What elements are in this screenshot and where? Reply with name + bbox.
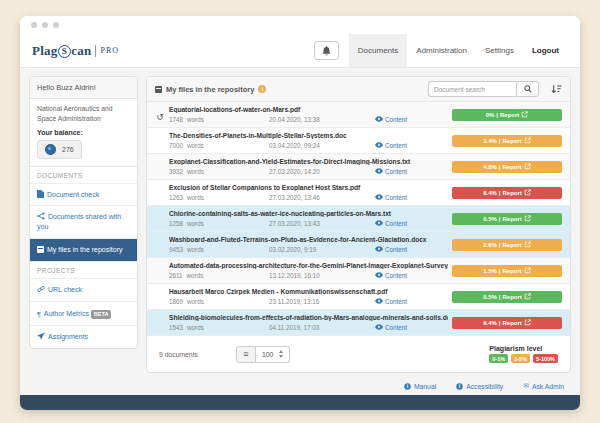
document-info: Hausarbeit Marco Czirpek Medien - Kommun…	[169, 288, 448, 305]
notifications-button[interactable]	[314, 41, 339, 60]
report-button[interactable]: 0.5% | Report	[452, 291, 562, 303]
list-icon: ≡	[243, 349, 248, 359]
panel-title: My files in the repository i	[155, 85, 266, 94]
window-close-button[interactable]	[31, 22, 37, 28]
window-zoom-button[interactable]	[53, 22, 59, 28]
table-row: ↺ Exoplanet-Classification-and-Yield-Est…	[147, 154, 570, 180]
report-column: 0.5% | Report	[448, 291, 562, 303]
list-view-button[interactable]: ≡	[236, 346, 256, 363]
document-info: Exclusion of Stellar Companions to Exopl…	[169, 184, 448, 201]
row-gutter: ↺	[151, 132, 169, 150]
paper-plane-icon	[37, 332, 45, 340]
document-filename[interactable]: Equatorial-locations-of-water-on-Mars.pd…	[169, 106, 448, 113]
report-column: 3.4% | Report	[448, 135, 562, 147]
document-info: Equatorial-locations-of-water-on-Mars.pd…	[169, 106, 448, 123]
content-link[interactable]: Content	[375, 220, 407, 227]
word-count: 1543words	[169, 324, 269, 331]
logo-s-mark: S	[58, 45, 71, 58]
ask-admin-link[interactable]: ✉ Ask Admin	[523, 382, 564, 390]
sidebar-section-projects: PROJECTS	[30, 261, 137, 278]
report-button[interactable]: 9.4% | Report	[452, 317, 562, 329]
document-filename[interactable]: Washboard-and-Fluted-Terrains-on-Pluto-a…	[169, 236, 448, 243]
document-info: Shielding-biomolecules-from-effects-of-r…	[169, 314, 448, 331]
sidebar-item-assignments[interactable]: Assignments	[30, 325, 137, 348]
eye-icon	[375, 272, 383, 278]
nav-documents[interactable]: Documents	[349, 34, 407, 67]
content-link[interactable]: Content	[375, 298, 407, 305]
document-filename[interactable]: The-Densities-of-Planets-in-Multiple-Ste…	[169, 132, 448, 139]
nav-settings[interactable]: Settings	[476, 34, 523, 67]
sidebar-item-document-check[interactable]: Document check	[30, 183, 137, 206]
external-link-icon	[524, 293, 531, 300]
info-icon[interactable]: i	[258, 85, 266, 93]
document-info: Exoplanet-Classification-and-Yield-Estim…	[169, 158, 448, 175]
document-filename[interactable]: Exclusion of Stellar Companions to Exopl…	[169, 184, 448, 191]
desktop-background: PlagScan PRO Documents Administration Se…	[0, 0, 600, 423]
logo-text: PlagScan	[32, 43, 91, 59]
report-button[interactable]: 2.6% | Report	[452, 239, 562, 251]
sort-button[interactable]	[551, 84, 562, 94]
row-gutter: ↺	[151, 184, 169, 202]
logo-pro-label: PRO	[100, 46, 119, 55]
content-link[interactable]: Content	[375, 142, 407, 149]
content-link[interactable]: Content	[375, 168, 407, 175]
document-filename[interactable]: Shielding-biomolecules-from-effects-of-r…	[169, 314, 448, 321]
content-link[interactable]: Content	[375, 194, 407, 201]
report-button[interactable]: 4.8% | Report	[452, 161, 562, 173]
report-button[interactable]: 8.4% | Report	[452, 187, 562, 199]
table-row: ↺ Washboard-and-Fluted-Terrains-on-Pluto…	[147, 232, 570, 258]
word-count: 1258words	[169, 220, 269, 227]
table-row: ↺ Automated-data-processing-architecture…	[147, 258, 570, 284]
report-button[interactable]: 1.5% | Report	[452, 265, 562, 277]
word-count: 2611words	[169, 272, 269, 279]
word-count: 1263words	[169, 194, 269, 201]
beta-badge: BETA	[91, 310, 112, 320]
report-column: 1.5% | Report	[448, 265, 562, 277]
page-size-select[interactable]: 100	[256, 346, 290, 363]
report-button[interactable]: 0% | Report	[452, 109, 562, 121]
accessibility-link[interactable]: i Accessibility	[456, 382, 503, 390]
search-input[interactable]	[428, 81, 516, 97]
content-link[interactable]: Content	[375, 324, 407, 331]
repository-icon	[155, 86, 162, 93]
document-meta: 2611words 13.12.2019, 16:10 Content	[169, 272, 448, 279]
report-button[interactable]: 3.4% | Report	[452, 135, 562, 147]
window-minimize-button[interactable]	[42, 22, 48, 28]
external-link-icon	[524, 319, 531, 326]
document-filename[interactable]: Hausarbeit Marco Czirpek Medien - Kommun…	[169, 288, 448, 295]
nav-logout[interactable]: Logout	[523, 34, 568, 67]
search-button[interactable]	[516, 81, 539, 97]
content-link[interactable]: Content	[375, 272, 407, 279]
sidebar-item-url-check[interactable]: URL check	[30, 278, 137, 301]
sidebar: Hello Buzz Aldrin! National Aeronautics …	[29, 76, 138, 349]
sidebar-item-author-metrics[interactable]: ¶Author Metrics BETA	[30, 301, 137, 326]
legend-badges: 0-1% 1-5% 5-100%	[489, 354, 558, 363]
link-icon	[37, 285, 45, 293]
external-link-icon	[524, 163, 531, 170]
row-gutter: ↺	[151, 158, 169, 176]
content-link[interactable]: Content	[375, 116, 407, 123]
word-count: 9453words	[169, 246, 269, 253]
document-filename[interactable]: Automated-data-processing-architecture-f…	[169, 262, 448, 269]
logo-divider	[95, 45, 96, 57]
external-link-icon	[521, 111, 528, 118]
document-filename[interactable]: Chlorine-containing-salts-as-water-ice-n…	[169, 210, 448, 217]
nav-administration[interactable]: Administration	[407, 34, 476, 67]
document-date: 03.04.2020, 09:24	[269, 142, 375, 149]
sidebar-item-my-files[interactable]: My files in the repository	[30, 238, 137, 261]
app-logo[interactable]: PlagScan PRO	[32, 34, 119, 67]
report-button[interactable]: 0.5% | Report	[452, 213, 562, 225]
search-icon	[524, 85, 532, 93]
share-icon	[37, 212, 45, 220]
report-column: 0.5% | Report	[448, 213, 562, 225]
document-date: 20.04.2020, 13:38	[269, 116, 375, 123]
manual-link[interactable]: i Manual	[404, 382, 436, 390]
recheck-icon[interactable]: ↺	[156, 112, 164, 122]
document-meta: 1748words 20.04.2020, 13:38 Content	[169, 116, 448, 123]
sidebar-item-documents-shared[interactable]: Documents shared with you	[30, 205, 137, 238]
document-date: 03.02.2020, 9:19	[269, 246, 375, 253]
content-link[interactable]: Content	[375, 246, 407, 253]
word-count: 1869words	[169, 298, 269, 305]
document-filename[interactable]: Exoplanet-Classification-and-Yield-Estim…	[169, 158, 448, 165]
legend-badge-low: 0-1%	[489, 354, 508, 363]
